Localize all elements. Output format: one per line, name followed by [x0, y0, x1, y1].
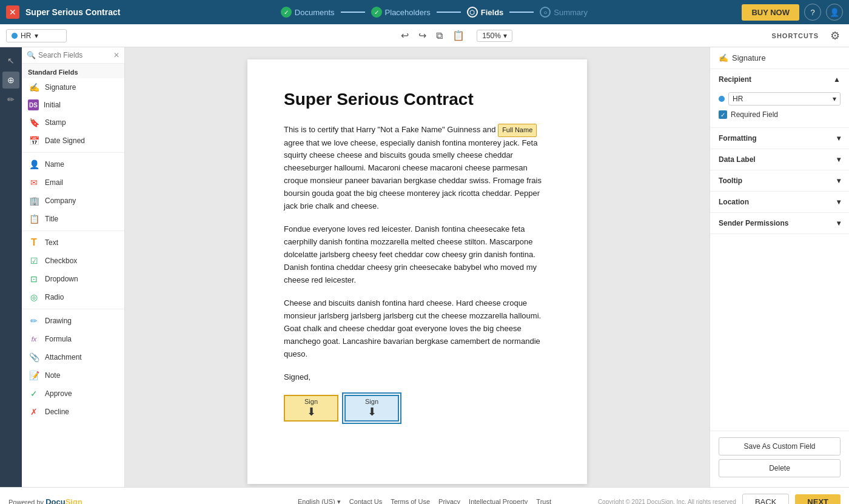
sidebar-item-decline[interactable]: ✗ Decline: [22, 403, 124, 421]
footer-terms[interactable]: Terms of Use: [391, 498, 430, 504]
tool-pen[interactable]: ✏: [2, 91, 19, 108]
recipient-value: HR: [21, 32, 31, 40]
data-label-chevron: ▾: [837, 155, 841, 164]
sidebar-item-initial[interactable]: DS Initial: [22, 96, 124, 113]
step-documents-icon: ✓: [281, 7, 292, 18]
formatting-section: Formatting ▾: [710, 128, 849, 149]
recipient-panel-select[interactable]: HR ▾: [728, 92, 841, 106]
save-custom-field-button[interactable]: Save As Custom Field: [719, 437, 841, 455]
signature-header-label: Signature: [732, 53, 766, 62]
paragraph-1: This is to certify that Harry "Not a Fak…: [284, 124, 551, 212]
sidebar-item-email[interactable]: ✉ Email: [22, 173, 124, 192]
date-signed-label: Date Signed: [45, 136, 85, 145]
back-button[interactable]: BACK: [742, 494, 789, 504]
tooltip-section: Tooltip ▾: [710, 170, 849, 192]
docusign-logo: DocuSign: [45, 497, 82, 504]
sidebar-item-attachment[interactable]: 📎 Attachment: [22, 348, 124, 366]
footer-language[interactable]: English (US) ▾: [298, 498, 341, 504]
location-section: Location ▾: [710, 192, 849, 213]
sidebar-item-dropdown[interactable]: ⊡ Dropdown: [22, 270, 124, 288]
powered-by-text: Powered by: [8, 499, 45, 504]
location-section-header[interactable]: Location ▾: [710, 192, 849, 212]
tooltip-chevron: ▾: [837, 176, 841, 185]
signed-label: Signed,: [284, 371, 551, 384]
tool-cursor[interactable]: ⊕: [2, 72, 19, 89]
sidebar-item-text[interactable]: T Text: [22, 234, 124, 252]
title-icon: 📋: [28, 213, 40, 225]
attachment-icon: 📎: [28, 351, 40, 363]
main-layout: ↖ ⊕ ✏ 🔍 ✕ Standard Fields ✍ Signature DS…: [0, 47, 849, 487]
location-chevron: ▾: [837, 198, 841, 206]
sender-permissions-label: Sender Permissions: [719, 219, 788, 227]
initial-icon: DS: [28, 99, 39, 110]
paragraph-3: Cheese and biscuits danish fontina hard …: [284, 297, 551, 360]
email-icon: ✉: [28, 176, 40, 189]
step-summary[interactable]: ○ Summary: [540, 7, 588, 18]
step-summary-label: Summary: [554, 8, 588, 17]
sign-field-1[interactable]: Sign ⬇: [284, 395, 338, 422]
step-summary-icon: ○: [540, 7, 551, 18]
step-divider-3: [509, 12, 534, 13]
checkbox-label: Checkbox: [45, 257, 77, 265]
sidebar-item-formula[interactable]: fx Formula: [22, 330, 124, 348]
user-avatar[interactable]: 👤: [826, 4, 843, 21]
sidebar-item-approve[interactable]: ✓ Approve: [22, 385, 124, 403]
delete-button[interactable]: Delete: [719, 459, 841, 477]
redo-button[interactable]: ↪: [415, 27, 430, 44]
powered-by: Powered by DocuSign: [8, 497, 82, 504]
recipient-panel-chevron: ▾: [833, 95, 836, 103]
undo-button[interactable]: ↩: [397, 27, 412, 44]
full-name-field[interactable]: Full Name: [498, 124, 537, 137]
sidebar-item-checkbox[interactable]: ☑ Checkbox: [22, 252, 124, 270]
close-button[interactable]: ✕: [6, 5, 19, 19]
next-button[interactable]: NEXT: [795, 494, 841, 504]
document-area: Super Serious Contract This is to certif…: [125, 47, 710, 487]
document-title: Super Serious Contract: [25, 7, 120, 17]
step-fields[interactable]: ⬡ Fields: [467, 7, 504, 18]
sign-fields-container: Sign ⬇ Sign ⬇: [284, 395, 551, 422]
help-button[interactable]: ?: [804, 4, 821, 21]
tool-arrow[interactable]: ↖: [2, 52, 19, 69]
standard-fields-label: Standard Fields: [22, 64, 124, 78]
sidebar-item-date-signed[interactable]: 📅 Date Signed: [22, 132, 124, 150]
paste-button[interactable]: 📋: [449, 27, 468, 44]
sign-field-2[interactable]: Sign ⬇: [344, 395, 399, 422]
sidebar-item-stamp[interactable]: 🔖 Stamp: [22, 113, 124, 132]
document-title-heading: Super Serious Contract: [284, 90, 551, 109]
sidebar-item-signature[interactable]: ✍ Signature: [22, 78, 124, 96]
step-fields-icon: ⬡: [467, 7, 478, 18]
copy-button[interactable]: ⧉: [432, 28, 446, 44]
data-label-section-header[interactable]: Data Label ▾: [710, 149, 849, 170]
recipient-selector[interactable]: HR ▾: [6, 29, 67, 42]
step-documents[interactable]: ✓ Documents: [281, 7, 335, 18]
footer-privacy[interactable]: Privacy: [438, 498, 460, 504]
footer-intellectual-property[interactable]: Intellectual Property: [469, 498, 528, 504]
required-field-checkbox[interactable]: ✓: [719, 110, 727, 119]
initial-label: Initial: [44, 101, 61, 109]
sidebar-item-title[interactable]: 📋 Title: [22, 210, 124, 228]
settings-button[interactable]: ⚙: [830, 29, 840, 42]
company-icon: 🏢: [28, 195, 40, 207]
buy-now-button[interactable]: BUY NOW: [742, 4, 799, 21]
decline-label: Decline: [45, 408, 69, 416]
step-indicators: ✓ Documents ✓ Placeholders ⬡ Fields ○ Su…: [138, 7, 730, 18]
dropdown-label: Dropdown: [45, 275, 78, 283]
tooltip-section-header[interactable]: Tooltip ▾: [710, 170, 849, 191]
sidebar-item-radio[interactable]: ◎ Radio: [22, 288, 124, 306]
step-placeholders[interactable]: ✓ Placeholders: [371, 7, 431, 18]
signature-icon: ✍: [28, 81, 40, 93]
formatting-section-header[interactable]: Formatting ▾: [710, 128, 849, 149]
footer-trust[interactable]: Trust: [536, 498, 551, 504]
clear-search-icon[interactable]: ✕: [113, 51, 119, 59]
sidebar-item-note[interactable]: 📝 Note: [22, 366, 124, 385]
recipient-section-header[interactable]: Recipient ▲: [710, 69, 849, 90]
sidebar-item-name[interactable]: 👤 Name: [22, 155, 124, 173]
checkbox-icon: ☑: [28, 255, 40, 267]
sender-permissions-section-header[interactable]: Sender Permissions ▾: [710, 213, 849, 234]
search-input[interactable]: [38, 51, 111, 59]
shortcuts-button[interactable]: SHORTCUTS: [772, 32, 819, 39]
sidebar-item-drawing[interactable]: ✏ Drawing: [22, 312, 124, 330]
sidebar-item-company[interactable]: 🏢 Company: [22, 192, 124, 210]
zoom-control[interactable]: 150% ▾: [477, 30, 512, 42]
footer-contact[interactable]: Contact Us: [349, 498, 382, 504]
